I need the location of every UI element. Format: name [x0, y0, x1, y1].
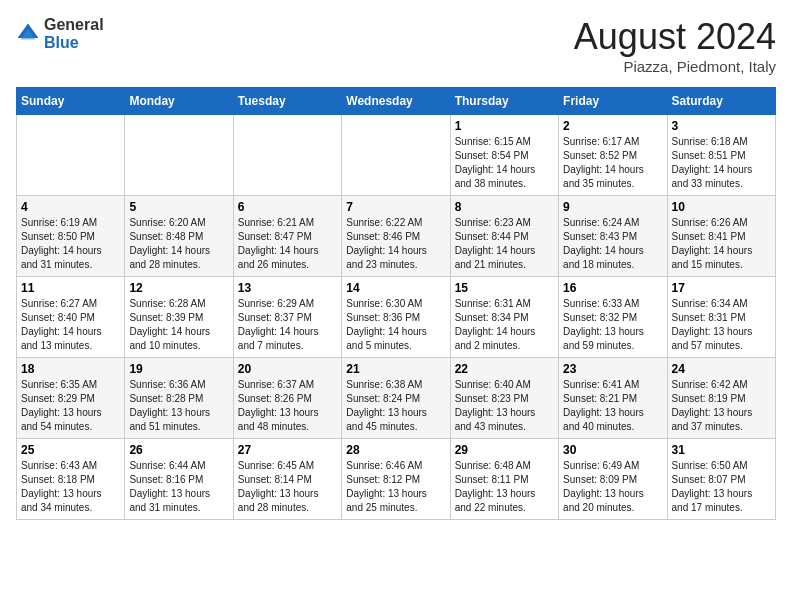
- day-number: 25: [21, 443, 120, 457]
- page-header: General Blue August 2024 Piazza, Piedmon…: [16, 16, 776, 75]
- day-info: Sunrise: 6:21 AM Sunset: 8:47 PM Dayligh…: [238, 216, 337, 272]
- calendar-header: Sunday Monday Tuesday Wednesday Thursday…: [17, 88, 776, 115]
- calendar-cell: 27Sunrise: 6:45 AM Sunset: 8:14 PM Dayli…: [233, 439, 341, 520]
- day-number: 3: [672, 119, 771, 133]
- location: Piazza, Piedmont, Italy: [574, 58, 776, 75]
- day-info: Sunrise: 6:18 AM Sunset: 8:51 PM Dayligh…: [672, 135, 771, 191]
- col-friday: Friday: [559, 88, 667, 115]
- day-number: 9: [563, 200, 662, 214]
- calendar-cell: [125, 115, 233, 196]
- day-number: 19: [129, 362, 228, 376]
- calendar-cell: 19Sunrise: 6:36 AM Sunset: 8:28 PM Dayli…: [125, 358, 233, 439]
- day-info: Sunrise: 6:29 AM Sunset: 8:37 PM Dayligh…: [238, 297, 337, 353]
- calendar-cell: 17Sunrise: 6:34 AM Sunset: 8:31 PM Dayli…: [667, 277, 775, 358]
- day-number: 29: [455, 443, 554, 457]
- day-number: 10: [672, 200, 771, 214]
- day-info: Sunrise: 6:22 AM Sunset: 8:46 PM Dayligh…: [346, 216, 445, 272]
- calendar-cell: 7Sunrise: 6:22 AM Sunset: 8:46 PM Daylig…: [342, 196, 450, 277]
- day-number: 28: [346, 443, 445, 457]
- day-number: 24: [672, 362, 771, 376]
- calendar-cell: [233, 115, 341, 196]
- day-info: Sunrise: 6:19 AM Sunset: 8:50 PM Dayligh…: [21, 216, 120, 272]
- day-info: Sunrise: 6:35 AM Sunset: 8:29 PM Dayligh…: [21, 378, 120, 434]
- calendar-cell: 6Sunrise: 6:21 AM Sunset: 8:47 PM Daylig…: [233, 196, 341, 277]
- calendar-cell: [342, 115, 450, 196]
- calendar-cell: 8Sunrise: 6:23 AM Sunset: 8:44 PM Daylig…: [450, 196, 558, 277]
- month-title: August 2024: [574, 16, 776, 58]
- calendar-cell: 10Sunrise: 6:26 AM Sunset: 8:41 PM Dayli…: [667, 196, 775, 277]
- col-thursday: Thursday: [450, 88, 558, 115]
- day-info: Sunrise: 6:28 AM Sunset: 8:39 PM Dayligh…: [129, 297, 228, 353]
- col-sunday: Sunday: [17, 88, 125, 115]
- day-number: 31: [672, 443, 771, 457]
- calendar-cell: [17, 115, 125, 196]
- calendar-cell: 16Sunrise: 6:33 AM Sunset: 8:32 PM Dayli…: [559, 277, 667, 358]
- day-number: 20: [238, 362, 337, 376]
- calendar-cell: 24Sunrise: 6:42 AM Sunset: 8:19 PM Dayli…: [667, 358, 775, 439]
- day-number: 22: [455, 362, 554, 376]
- calendar-week-row: 1Sunrise: 6:15 AM Sunset: 8:54 PM Daylig…: [17, 115, 776, 196]
- calendar-cell: 31Sunrise: 6:50 AM Sunset: 8:07 PM Dayli…: [667, 439, 775, 520]
- day-info: Sunrise: 6:33 AM Sunset: 8:32 PM Dayligh…: [563, 297, 662, 353]
- day-number: 7: [346, 200, 445, 214]
- day-number: 5: [129, 200, 228, 214]
- day-info: Sunrise: 6:26 AM Sunset: 8:41 PM Dayligh…: [672, 216, 771, 272]
- calendar-cell: 4Sunrise: 6:19 AM Sunset: 8:50 PM Daylig…: [17, 196, 125, 277]
- day-info: Sunrise: 6:15 AM Sunset: 8:54 PM Dayligh…: [455, 135, 554, 191]
- day-number: 26: [129, 443, 228, 457]
- col-tuesday: Tuesday: [233, 88, 341, 115]
- calendar-cell: 12Sunrise: 6:28 AM Sunset: 8:39 PM Dayli…: [125, 277, 233, 358]
- day-info: Sunrise: 6:42 AM Sunset: 8:19 PM Dayligh…: [672, 378, 771, 434]
- calendar-body: 1Sunrise: 6:15 AM Sunset: 8:54 PM Daylig…: [17, 115, 776, 520]
- logo: General Blue: [16, 16, 104, 51]
- calendar-cell: 25Sunrise: 6:43 AM Sunset: 8:18 PM Dayli…: [17, 439, 125, 520]
- calendar-cell: 3Sunrise: 6:18 AM Sunset: 8:51 PM Daylig…: [667, 115, 775, 196]
- day-info: Sunrise: 6:37 AM Sunset: 8:26 PM Dayligh…: [238, 378, 337, 434]
- calendar-cell: 20Sunrise: 6:37 AM Sunset: 8:26 PM Dayli…: [233, 358, 341, 439]
- calendar-cell: 5Sunrise: 6:20 AM Sunset: 8:48 PM Daylig…: [125, 196, 233, 277]
- calendar-cell: 15Sunrise: 6:31 AM Sunset: 8:34 PM Dayli…: [450, 277, 558, 358]
- day-info: Sunrise: 6:38 AM Sunset: 8:24 PM Dayligh…: [346, 378, 445, 434]
- day-number: 15: [455, 281, 554, 295]
- col-wednesday: Wednesday: [342, 88, 450, 115]
- day-number: 18: [21, 362, 120, 376]
- day-number: 11: [21, 281, 120, 295]
- calendar-table: Sunday Monday Tuesday Wednesday Thursday…: [16, 87, 776, 520]
- day-info: Sunrise: 6:44 AM Sunset: 8:16 PM Dayligh…: [129, 459, 228, 515]
- day-info: Sunrise: 6:40 AM Sunset: 8:23 PM Dayligh…: [455, 378, 554, 434]
- day-info: Sunrise: 6:49 AM Sunset: 8:09 PM Dayligh…: [563, 459, 662, 515]
- day-number: 27: [238, 443, 337, 457]
- calendar-week-row: 4Sunrise: 6:19 AM Sunset: 8:50 PM Daylig…: [17, 196, 776, 277]
- day-info: Sunrise: 6:20 AM Sunset: 8:48 PM Dayligh…: [129, 216, 228, 272]
- col-saturday: Saturday: [667, 88, 775, 115]
- day-info: Sunrise: 6:31 AM Sunset: 8:34 PM Dayligh…: [455, 297, 554, 353]
- calendar-cell: 30Sunrise: 6:49 AM Sunset: 8:09 PM Dayli…: [559, 439, 667, 520]
- header-row: Sunday Monday Tuesday Wednesday Thursday…: [17, 88, 776, 115]
- day-info: Sunrise: 6:24 AM Sunset: 8:43 PM Dayligh…: [563, 216, 662, 272]
- day-number: 1: [455, 119, 554, 133]
- calendar-week-row: 18Sunrise: 6:35 AM Sunset: 8:29 PM Dayli…: [17, 358, 776, 439]
- logo-icon: [16, 22, 40, 46]
- day-info: Sunrise: 6:27 AM Sunset: 8:40 PM Dayligh…: [21, 297, 120, 353]
- day-info: Sunrise: 6:50 AM Sunset: 8:07 PM Dayligh…: [672, 459, 771, 515]
- calendar-cell: 23Sunrise: 6:41 AM Sunset: 8:21 PM Dayli…: [559, 358, 667, 439]
- day-info: Sunrise: 6:46 AM Sunset: 8:12 PM Dayligh…: [346, 459, 445, 515]
- calendar-cell: 13Sunrise: 6:29 AM Sunset: 8:37 PM Dayli…: [233, 277, 341, 358]
- day-number: 4: [21, 200, 120, 214]
- calendar-cell: 29Sunrise: 6:48 AM Sunset: 8:11 PM Dayli…: [450, 439, 558, 520]
- day-info: Sunrise: 6:17 AM Sunset: 8:52 PM Dayligh…: [563, 135, 662, 191]
- day-info: Sunrise: 6:43 AM Sunset: 8:18 PM Dayligh…: [21, 459, 120, 515]
- calendar-cell: 2Sunrise: 6:17 AM Sunset: 8:52 PM Daylig…: [559, 115, 667, 196]
- calendar-cell: 14Sunrise: 6:30 AM Sunset: 8:36 PM Dayli…: [342, 277, 450, 358]
- title-block: August 2024 Piazza, Piedmont, Italy: [574, 16, 776, 75]
- day-number: 8: [455, 200, 554, 214]
- day-info: Sunrise: 6:41 AM Sunset: 8:21 PM Dayligh…: [563, 378, 662, 434]
- day-info: Sunrise: 6:30 AM Sunset: 8:36 PM Dayligh…: [346, 297, 445, 353]
- logo-text: General Blue: [44, 16, 104, 51]
- calendar-cell: 28Sunrise: 6:46 AM Sunset: 8:12 PM Dayli…: [342, 439, 450, 520]
- day-number: 13: [238, 281, 337, 295]
- day-number: 30: [563, 443, 662, 457]
- calendar-cell: 21Sunrise: 6:38 AM Sunset: 8:24 PM Dayli…: [342, 358, 450, 439]
- calendar-cell: 26Sunrise: 6:44 AM Sunset: 8:16 PM Dayli…: [125, 439, 233, 520]
- day-number: 2: [563, 119, 662, 133]
